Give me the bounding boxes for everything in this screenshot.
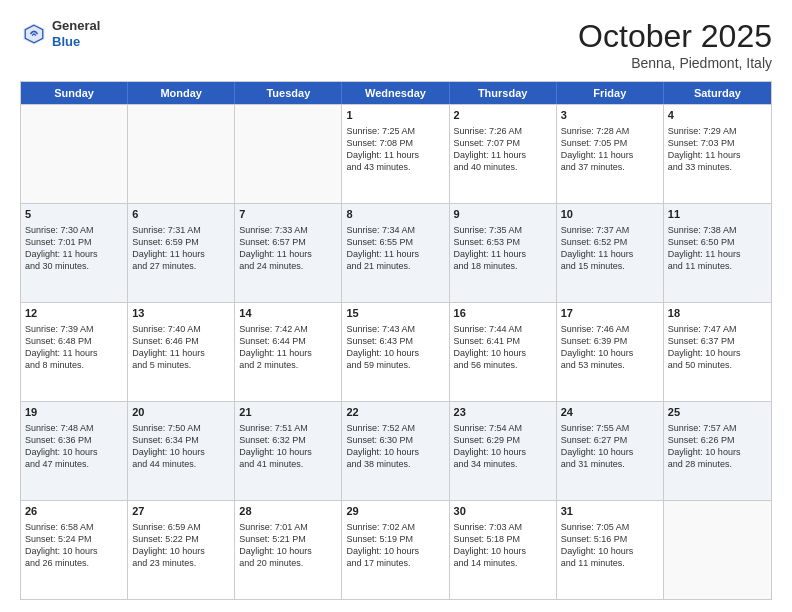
- day-number: 23: [454, 405, 552, 420]
- calendar-row-0: 1Sunrise: 7:25 AMSunset: 7:08 PMDaylight…: [21, 104, 771, 203]
- day-info-line: Sunset: 7:01 PM: [25, 236, 123, 248]
- day-info-line: Sunset: 6:43 PM: [346, 335, 444, 347]
- day-info-line: Daylight: 10 hours: [668, 347, 767, 359]
- day-number: 13: [132, 306, 230, 321]
- calendar-header: SundayMondayTuesdayWednesdayThursdayFrid…: [21, 82, 771, 104]
- logo-general: General: [52, 18, 100, 33]
- day-info-line: Sunrise: 7:40 AM: [132, 323, 230, 335]
- day-info-line: and 59 minutes.: [346, 359, 444, 371]
- logo-text: General Blue: [52, 18, 100, 49]
- day-of-week-sunday: Sunday: [21, 82, 128, 104]
- day-info-line: Sunrise: 7:01 AM: [239, 521, 337, 533]
- calendar-cell-day-25: 25Sunrise: 7:57 AMSunset: 6:26 PMDayligh…: [664, 402, 771, 500]
- day-info-line: Daylight: 10 hours: [346, 446, 444, 458]
- day-info-line: and 33 minutes.: [668, 161, 767, 173]
- day-info-line: Daylight: 10 hours: [25, 545, 123, 557]
- day-info-line: Sunset: 7:08 PM: [346, 137, 444, 149]
- day-info-line: Sunrise: 6:59 AM: [132, 521, 230, 533]
- day-info-line: Sunset: 5:22 PM: [132, 533, 230, 545]
- calendar-row-4: 26Sunrise: 6:58 AMSunset: 5:24 PMDayligh…: [21, 500, 771, 599]
- day-info-line: Sunset: 6:30 PM: [346, 434, 444, 446]
- day-info-line: Daylight: 11 hours: [668, 149, 767, 161]
- day-info-line: Sunrise: 7:57 AM: [668, 422, 767, 434]
- day-of-week-saturday: Saturday: [664, 82, 771, 104]
- day-number: 17: [561, 306, 659, 321]
- calendar-cell-day-9: 9Sunrise: 7:35 AMSunset: 6:53 PMDaylight…: [450, 204, 557, 302]
- day-info-line: and 37 minutes.: [561, 161, 659, 173]
- day-info-line: Daylight: 10 hours: [454, 545, 552, 557]
- day-info-line: and 8 minutes.: [25, 359, 123, 371]
- day-info-line: Sunrise: 7:28 AM: [561, 125, 659, 137]
- calendar-cell-day-8: 8Sunrise: 7:34 AMSunset: 6:55 PMDaylight…: [342, 204, 449, 302]
- day-info-line: Sunrise: 7:29 AM: [668, 125, 767, 137]
- day-of-week-tuesday: Tuesday: [235, 82, 342, 104]
- day-info-line: Daylight: 11 hours: [454, 248, 552, 260]
- calendar-row-2: 12Sunrise: 7:39 AMSunset: 6:48 PMDayligh…: [21, 302, 771, 401]
- day-info-line: Sunset: 6:29 PM: [454, 434, 552, 446]
- calendar-cell-day-31: 31Sunrise: 7:05 AMSunset: 5:16 PMDayligh…: [557, 501, 664, 599]
- calendar-cell-day-22: 22Sunrise: 7:52 AMSunset: 6:30 PMDayligh…: [342, 402, 449, 500]
- day-info-line: Sunrise: 7:30 AM: [25, 224, 123, 236]
- calendar-cell-day-10: 10Sunrise: 7:37 AMSunset: 6:52 PMDayligh…: [557, 204, 664, 302]
- day-info-line: Daylight: 11 hours: [25, 248, 123, 260]
- day-info-line: Sunset: 6:46 PM: [132, 335, 230, 347]
- day-info-line: Sunset: 6:52 PM: [561, 236, 659, 248]
- day-info-line: Daylight: 10 hours: [346, 347, 444, 359]
- day-info-line: Sunrise: 7:44 AM: [454, 323, 552, 335]
- day-info-line: Sunrise: 7:43 AM: [346, 323, 444, 335]
- day-number: 18: [668, 306, 767, 321]
- day-info-line: Daylight: 10 hours: [454, 446, 552, 458]
- day-info-line: and 40 minutes.: [454, 161, 552, 173]
- day-info-line: Sunrise: 7:26 AM: [454, 125, 552, 137]
- day-info-line: Sunrise: 7:38 AM: [668, 224, 767, 236]
- day-info-line: and 31 minutes.: [561, 458, 659, 470]
- day-info-line: and 56 minutes.: [454, 359, 552, 371]
- day-info-line: Daylight: 10 hours: [132, 545, 230, 557]
- day-info-line: and 53 minutes.: [561, 359, 659, 371]
- day-number: 9: [454, 207, 552, 222]
- calendar-cell-day-17: 17Sunrise: 7:46 AMSunset: 6:39 PMDayligh…: [557, 303, 664, 401]
- calendar-cell-day-21: 21Sunrise: 7:51 AMSunset: 6:32 PMDayligh…: [235, 402, 342, 500]
- day-number: 15: [346, 306, 444, 321]
- day-info-line: Sunset: 6:36 PM: [25, 434, 123, 446]
- day-info-line: Daylight: 10 hours: [132, 446, 230, 458]
- day-number: 24: [561, 405, 659, 420]
- day-info-line: Sunrise: 7:48 AM: [25, 422, 123, 434]
- day-info-line: and 11 minutes.: [668, 260, 767, 272]
- day-number: 21: [239, 405, 337, 420]
- day-info-line: and 15 minutes.: [561, 260, 659, 272]
- day-info-line: Sunset: 6:57 PM: [239, 236, 337, 248]
- day-number: 16: [454, 306, 552, 321]
- calendar-body: 1Sunrise: 7:25 AMSunset: 7:08 PMDaylight…: [21, 104, 771, 599]
- day-info-line: Daylight: 10 hours: [561, 545, 659, 557]
- day-info-line: Sunset: 5:16 PM: [561, 533, 659, 545]
- day-info-line: Daylight: 11 hours: [561, 248, 659, 260]
- day-info-line: and 11 minutes.: [561, 557, 659, 569]
- day-of-week-friday: Friday: [557, 82, 664, 104]
- calendar-cell-day-19: 19Sunrise: 7:48 AMSunset: 6:36 PMDayligh…: [21, 402, 128, 500]
- calendar: SundayMondayTuesdayWednesdayThursdayFrid…: [20, 81, 772, 600]
- day-info-line: Sunrise: 7:46 AM: [561, 323, 659, 335]
- day-number: 22: [346, 405, 444, 420]
- location-subtitle: Benna, Piedmont, Italy: [578, 55, 772, 71]
- day-info-line: Sunset: 6:44 PM: [239, 335, 337, 347]
- calendar-cell-day-2: 2Sunrise: 7:26 AMSunset: 7:07 PMDaylight…: [450, 105, 557, 203]
- day-info-line: Daylight: 10 hours: [561, 446, 659, 458]
- day-info-line: Sunrise: 6:58 AM: [25, 521, 123, 533]
- day-number: 25: [668, 405, 767, 420]
- calendar-cell-day-3: 3Sunrise: 7:28 AMSunset: 7:05 PMDaylight…: [557, 105, 664, 203]
- day-info-line: Sunrise: 7:37 AM: [561, 224, 659, 236]
- calendar-cell-day-18: 18Sunrise: 7:47 AMSunset: 6:37 PMDayligh…: [664, 303, 771, 401]
- day-info-line: Sunset: 6:26 PM: [668, 434, 767, 446]
- logo: General Blue: [20, 18, 100, 49]
- day-number: 7: [239, 207, 337, 222]
- calendar-cell-day-4: 4Sunrise: 7:29 AMSunset: 7:03 PMDaylight…: [664, 105, 771, 203]
- month-title: October 2025: [578, 18, 772, 55]
- day-info-line: Sunset: 7:03 PM: [668, 137, 767, 149]
- logo-icon: [20, 20, 48, 48]
- day-info-line: Sunrise: 7:47 AM: [668, 323, 767, 335]
- day-info-line: and 21 minutes.: [346, 260, 444, 272]
- day-info-line: Daylight: 11 hours: [346, 248, 444, 260]
- day-info-line: Daylight: 11 hours: [346, 149, 444, 161]
- calendar-cell-day-27: 27Sunrise: 6:59 AMSunset: 5:22 PMDayligh…: [128, 501, 235, 599]
